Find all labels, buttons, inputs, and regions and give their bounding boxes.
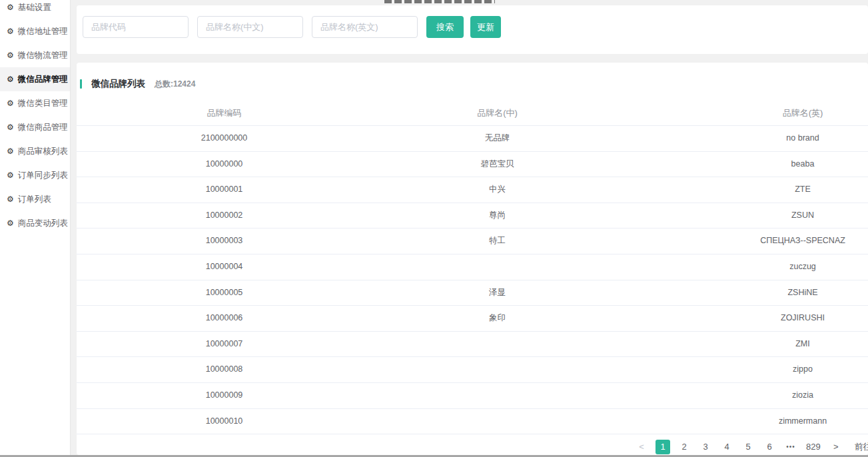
table-row: 10000007ZMI [77,332,868,358]
brand-name-cn-cell [372,254,623,280]
brand-code-cell: 10000006 [77,306,372,331]
sidebar-item-wechat-logistics[interactable]: ⚙微信物流管理 [0,43,70,67]
sidebar-item-label: 订单同步列表 [18,170,68,181]
table-row: 10000000碧芭宝贝beaba [77,152,868,178]
pagination-prev-button[interactable]: < [634,440,649,454]
sidebar-item-order-sync-list[interactable]: ⚙订单同步列表 [0,163,70,187]
table-row: 2100000000无品牌no brand [77,126,868,152]
brand-code-cell: 10000002 [77,203,372,228]
brand-code-cell: 2100000000 [77,126,372,151]
pagination-page-1[interactable]: 1 [655,440,670,454]
sidebar-item-label: 微信类目管理 [18,98,68,109]
sidebar-item-order-list[interactable]: ⚙订单列表 [0,187,70,211]
sidebar-item-label: 微信地址管理 [18,26,68,37]
brand-code-cell: 10000001 [77,177,372,203]
sidebar-item-product-audit-list[interactable]: ⚙商品审核列表 [0,139,70,163]
title-accent-bar [80,79,82,89]
search-panel: 搜索 更新 [77,5,868,54]
brand-name-cn-cell: 象印 [372,306,623,331]
sidebar-item-product-change-list[interactable]: ⚙商品变动列表 [0,211,70,235]
gear-icon: ⚙ [7,51,14,59]
brand-name-en-cell: ZSUN [623,203,868,228]
sidebar-item-wechat-category[interactable]: ⚙微信类目管理 [0,91,70,115]
pagination-pages: 123456•••829 [652,440,825,454]
brand-name-en-cell: zippo [623,357,868,382]
brand-code-cell: 10000010 [77,409,372,434]
table-row: 10000006象印ZOJIRUSHI [77,306,868,332]
brand-table: 品牌编码 品牌名(中) 品牌名(英) 2100000000无品牌no brand… [77,100,868,434]
brand-code-input[interactable] [83,16,189,38]
sidebar-item-label: 微信物流管理 [18,50,68,61]
sidebar-item-label: 订单列表 [18,194,51,205]
brand-code-cell: 10000008 [77,357,372,382]
sidebar-item-wechat-product[interactable]: ⚙微信商品管理 [0,115,70,139]
brand-name-cn-cell [372,357,623,382]
brand-name-cn-cell: 无品牌 [372,126,623,151]
gear-icon: ⚙ [7,27,14,35]
gear-icon: ⚙ [7,99,14,107]
sidebar: ⚙基础设置⚙微信地址管理⚙微信物流管理⚙微信品牌管理⚙微信类目管理⚙微信商品管理… [0,0,71,455]
brand-code-cell: 10000004 [77,254,372,280]
update-button[interactable]: 更新 [470,16,501,38]
sidebar-item-basic-settings[interactable]: ⚙基础设置 [0,0,70,19]
brand-code-cell: 10000005 [77,280,372,306]
table-row: 10000010zimmermann [77,409,868,435]
panel-title-row: 微信品牌列表 总数:12424 [77,63,868,91]
brand-name-en-cell: СПЕЦНАЗ--SPECNAZ [623,228,868,254]
table-row: 10000008zippo [77,357,868,383]
brand-name-en-cell: beaba [623,152,868,177]
pagination: < 123456•••829 > 前往 [631,439,868,455]
pagination-page-4[interactable]: 4 [719,440,734,454]
brand-name-cn-cell: 碧芭宝贝 [372,152,623,177]
brand-name-en-cell: ZMI [623,332,868,357]
sidebar-item-label: 商品变动列表 [18,218,68,229]
gear-icon: ⚙ [7,3,14,11]
panel-title: 微信品牌列表 [91,78,145,90]
gear-icon: ⚙ [7,147,14,155]
brand-name-en-input[interactable] [312,16,418,38]
main-content-area: 搜索 更新 微信品牌列表 总数:12424 品牌编码 品牌名(中) 品牌名(英)… [71,0,868,457]
pagination-next-button[interactable]: > [829,440,843,454]
column-header-brand-name-cn: 品牌名(中) [372,100,623,125]
table-body: 2100000000无品牌no brand10000000碧芭宝贝beaba10… [77,126,868,434]
gear-icon: ⚙ [7,123,14,131]
brand-name-cn-cell [372,332,623,357]
table-row: 10000003特工СПЕЦНАЗ--SPECNAZ [77,228,868,254]
brand-list-panel: 微信品牌列表 总数:12424 品牌编码 品牌名(中) 品牌名(英) 21000… [77,63,868,455]
pagination-page-3[interactable]: 3 [698,440,713,454]
brand-name-cn-cell: 特工 [372,228,623,254]
search-button[interactable]: 搜索 [426,16,464,38]
brand-name-cn-cell: 泽显 [372,280,623,306]
table-header-row: 品牌编码 品牌名(中) 品牌名(英) [77,100,868,126]
sidebar-item-wechat-address[interactable]: ⚙微信地址管理 [0,19,70,43]
brand-name-cn-cell [372,409,623,434]
pagination-ellipsis[interactable]: ••• [783,440,798,454]
brand-name-cn-input[interactable] [197,16,303,38]
brand-name-cn-cell: 中兴 [372,177,623,203]
column-header-brand-code: 品牌编码 [77,100,372,125]
sidebar-item-label: 微信商品管理 [18,122,68,133]
goto-page-label: 前往 [855,441,868,453]
brand-name-en-cell: ZOJIRUSHI [623,306,868,331]
sidebar-item-label: 商品审核列表 [18,146,68,157]
table-row: 10000009ziozia [77,383,868,409]
pagination-page-2[interactable]: 2 [677,440,691,454]
brand-name-cn-cell [372,383,623,408]
sidebar-item-wechat-brand[interactable]: ⚙微信品牌管理 [0,67,70,91]
brand-name-en-cell: ZTE [623,177,868,203]
sidebar-item-label: 微信品牌管理 [18,74,68,85]
pagination-page-829[interactable]: 829 [805,440,822,454]
brand-name-en-cell: no brand [623,126,868,151]
brand-name-cn-cell: 尊尚 [372,203,623,228]
brand-name-en-cell: zimmermann [623,409,868,434]
brand-code-cell: 10000000 [77,152,372,177]
pagination-page-5[interactable]: 5 [741,440,755,454]
brand-code-cell: 10000007 [77,332,372,357]
page-title-clipped [384,0,495,3]
gear-icon: ⚙ [7,171,14,179]
table-row: 10000005泽显ZSHiNE [77,280,868,306]
table-row: 10000001中兴ZTE [77,177,868,203]
gear-icon: ⚙ [7,195,14,203]
pagination-page-6[interactable]: 6 [762,440,777,454]
brand-name-en-cell: ziozia [623,383,868,408]
